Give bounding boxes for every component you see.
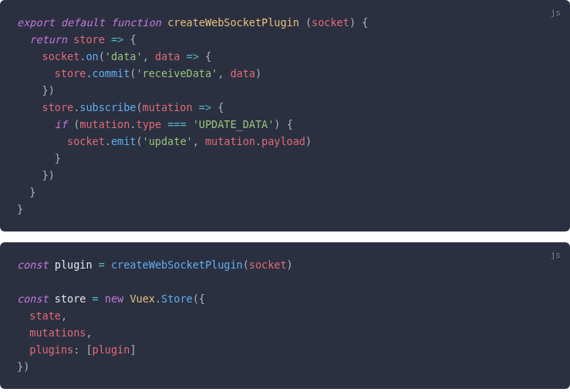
code-token: [17, 67, 55, 79]
code-token: [49, 292, 55, 305]
code-token: [17, 186, 29, 198]
code-token: }): [42, 169, 55, 181]
code-token: store: [55, 67, 86, 79]
code-token: emit: [111, 135, 137, 147]
code-token: [93, 259, 99, 271]
code-token: commit: [93, 67, 130, 79]
code-line: return store => {: [17, 31, 553, 48]
code-line: }: [17, 184, 553, 201]
code-line: }): [17, 167, 553, 184]
code-token: {: [218, 101, 224, 113]
code-line: }): [17, 82, 553, 99]
code-line: const plugin = createWebSocketPlugin(soc…: [17, 256, 553, 273]
code-token: 'UPDATE_DATA': [193, 118, 275, 130]
code-token: }: [55, 152, 61, 164]
code-line: if (mutation.type === 'UPDATE_DATA') {: [17, 116, 553, 133]
code-token: [67, 118, 73, 130]
code-line: socket.emit('update', mutation.payload): [17, 133, 553, 150]
code-token: }): [17, 360, 29, 373]
code-line: const store = new Vuex.Store({: [17, 290, 553, 307]
code-token: [86, 292, 92, 305]
code-line: }): [17, 358, 553, 375]
code-token: socket: [67, 135, 105, 147]
code-token: 'receiveData': [136, 67, 218, 79]
code-token: [17, 135, 67, 147]
code-token: {: [130, 33, 136, 46]
code-token: socket: [42, 50, 80, 63]
code-token: [193, 101, 199, 113]
code-line: [17, 273, 553, 290]
code-token: store: [42, 101, 74, 113]
code-token: [17, 84, 42, 96]
code-token: [199, 50, 205, 63]
code-token: Store: [161, 292, 193, 305]
code-token: =>: [111, 33, 123, 46]
code-token: payload: [261, 135, 305, 147]
code-token: (: [193, 292, 199, 305]
code-token: .: [105, 135, 111, 147]
code-token: {: [205, 50, 211, 63]
code-token: [17, 169, 42, 181]
code-token: [281, 118, 287, 130]
code-token: 'update': [143, 135, 193, 147]
code-token: default: [61, 16, 105, 29]
code-token: new: [105, 292, 123, 305]
code-token: ,: [143, 50, 149, 63]
code-token: ): [287, 259, 293, 271]
code-token: ,: [86, 326, 92, 339]
code-token: [356, 16, 362, 29]
code-token: [17, 343, 29, 356]
code-token: [17, 326, 29, 339]
code-line: }: [17, 201, 553, 218]
code-token: [299, 16, 305, 29]
code-token: 'data': [105, 50, 143, 63]
code-token: ): [305, 135, 312, 147]
code-token: mutation: [79, 118, 130, 130]
code-token: ): [274, 118, 280, 130]
code-token: [17, 152, 55, 164]
code-token: [211, 101, 218, 113]
code-token: [67, 33, 73, 46]
code-token: (: [99, 50, 105, 63]
code-token: socket: [249, 259, 287, 271]
code-token: [: [86, 343, 92, 356]
code-token: state: [29, 309, 61, 322]
code-line: mutations,: [17, 324, 553, 341]
code-token: ): [349, 16, 356, 29]
code-token: mutation: [143, 101, 193, 113]
code-token: ]: [130, 343, 136, 356]
code-snippet-container: jsexport default function createWebSocke…: [0, 0, 570, 389]
code-token: ,: [61, 309, 67, 322]
code-token: [17, 50, 42, 63]
code-line: state,: [17, 307, 553, 324]
code-token: .: [155, 292, 161, 305]
code-token: mutations: [29, 326, 86, 339]
code-token: =: [99, 259, 105, 271]
code-token: [187, 118, 193, 130]
code-token: (: [243, 259, 249, 271]
code-token: {: [362, 16, 368, 29]
code-token: subscribe: [79, 101, 136, 113]
code-token: data: [230, 67, 255, 79]
code-line: socket.on('data', data => {: [17, 48, 553, 65]
code-token: {: [287, 118, 293, 130]
code-token: function: [111, 16, 161, 29]
code-token: [149, 50, 155, 63]
code-line: export default function createWebSocketP…: [17, 14, 553, 31]
code-token: socket: [312, 16, 349, 29]
code-token: plugin: [55, 259, 93, 271]
code-line: plugins: [plugin]: [17, 341, 553, 358]
code-token: =>: [199, 101, 211, 113]
code-token: plugin: [93, 343, 130, 356]
code-token: [17, 33, 29, 46]
code-token: ): [255, 67, 261, 79]
code-token: [161, 16, 167, 29]
code-token: (: [136, 101, 142, 113]
code-token: const: [17, 259, 49, 271]
code-token: [105, 259, 111, 271]
code-line: store.commit('receiveData', data): [17, 65, 553, 82]
code-token: =>: [187, 50, 199, 63]
code-block: jsexport default function createWebSocke…: [0, 0, 570, 231]
code-line: store.subscribe(mutation => {: [17, 99, 553, 116]
code-token: .: [86, 67, 92, 79]
